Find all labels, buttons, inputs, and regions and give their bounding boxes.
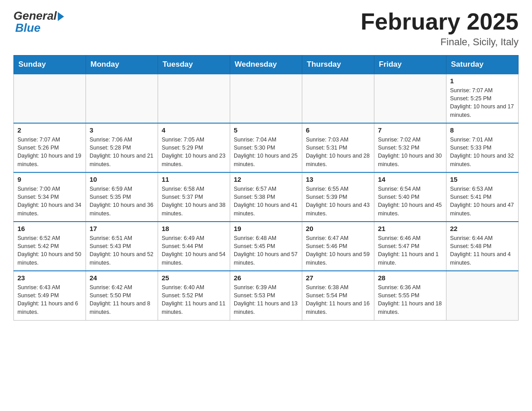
calendar-header-sunday: Sunday [14,56,86,74]
day-info: Sunrise: 6:43 AMSunset: 5:49 PMDaylight:… [17,283,82,316]
calendar-cell: 23Sunrise: 6:43 AMSunset: 5:49 PMDayligh… [14,271,86,320]
calendar-header-monday: Monday [86,56,158,74]
calendar-cell: 26Sunrise: 6:39 AMSunset: 5:53 PMDayligh… [230,271,302,320]
day-info: Sunrise: 6:48 AMSunset: 5:45 PMDaylight:… [234,234,298,267]
day-number: 14 [378,176,442,183]
day-info: Sunrise: 6:39 AMSunset: 5:53 PMDaylight:… [234,283,298,316]
calendar-header-saturday: Saturday [446,56,519,74]
day-number: 22 [450,225,515,232]
calendar-cell: 5Sunrise: 7:04 AMSunset: 5:30 PMDaylight… [230,123,302,172]
day-info: Sunrise: 6:57 AMSunset: 5:38 PMDaylight:… [234,185,298,218]
calendar-header-friday: Friday [374,56,446,74]
day-info: Sunrise: 7:06 AMSunset: 5:28 PMDaylight:… [90,136,154,168]
calendar-header-tuesday: Tuesday [158,56,230,74]
day-info: Sunrise: 6:47 AMSunset: 5:46 PMDaylight:… [306,234,370,267]
day-info: Sunrise: 7:05 AMSunset: 5:29 PMDaylight:… [162,136,226,168]
day-number: 19 [234,225,298,232]
calendar-cell: 3Sunrise: 7:06 AMSunset: 5:28 PMDaylight… [86,123,158,172]
calendar-cell [86,74,158,123]
day-info: Sunrise: 6:38 AMSunset: 5:54 PMDaylight:… [306,283,370,316]
day-number: 23 [17,274,82,282]
day-info: Sunrise: 7:01 AMSunset: 5:33 PMDaylight:… [450,136,515,168]
day-number: 27 [306,274,370,282]
page-header: General Blue February 2025 Finale, Sicil… [13,9,519,48]
day-info: Sunrise: 6:52 AMSunset: 5:42 PMDaylight:… [17,234,82,267]
day-info: Sunrise: 7:00 AMSunset: 5:34 PMDaylight:… [17,185,82,218]
calendar-cell: 9Sunrise: 7:00 AMSunset: 5:34 PMDaylight… [14,172,86,222]
day-info: Sunrise: 7:07 AMSunset: 5:26 PMDaylight:… [17,136,82,168]
calendar-header-thursday: Thursday [302,56,374,74]
day-info: Sunrise: 6:51 AMSunset: 5:43 PMDaylight:… [90,234,154,267]
calendar-cell: 12Sunrise: 6:57 AMSunset: 5:38 PMDayligh… [230,172,302,222]
day-number: 15 [450,176,515,183]
calendar-cell: 8Sunrise: 7:01 AMSunset: 5:33 PMDaylight… [446,123,519,172]
location: Finale, Sicily, Italy [360,36,519,48]
calendar-cell: 17Sunrise: 6:51 AMSunset: 5:43 PMDayligh… [86,222,158,271]
day-number: 18 [162,225,226,232]
day-info: Sunrise: 6:46 AMSunset: 5:47 PMDaylight:… [378,234,442,267]
calendar-cell: 10Sunrise: 6:59 AMSunset: 5:35 PMDayligh… [86,172,158,222]
day-info: Sunrise: 6:44 AMSunset: 5:48 PMDaylight:… [450,234,515,267]
calendar-cell [374,74,446,123]
calendar-cell: 15Sunrise: 6:53 AMSunset: 5:41 PMDayligh… [446,172,519,222]
calendar-cell: 18Sunrise: 6:49 AMSunset: 5:44 PMDayligh… [158,222,230,271]
calendar-cell: 4Sunrise: 7:05 AMSunset: 5:29 PMDaylight… [158,123,230,172]
week-row-3: 9Sunrise: 7:00 AMSunset: 5:34 PMDaylight… [14,172,519,222]
month-title: February 2025 [360,9,519,34]
title-section: February 2025 Finale, Sicily, Italy [360,9,519,48]
day-info: Sunrise: 7:02 AMSunset: 5:32 PMDaylight:… [378,136,442,168]
calendar-cell: 21Sunrise: 6:46 AMSunset: 5:47 PMDayligh… [374,222,446,271]
calendar-header-row: SundayMondayTuesdayWednesdayThursdayFrid… [14,56,519,74]
calendar-cell: 14Sunrise: 6:54 AMSunset: 5:40 PMDayligh… [374,172,446,222]
day-info: Sunrise: 6:59 AMSunset: 5:35 PMDaylight:… [90,185,154,218]
calendar-cell: 13Sunrise: 6:55 AMSunset: 5:39 PMDayligh… [302,172,374,222]
week-row-4: 16Sunrise: 6:52 AMSunset: 5:42 PMDayligh… [14,222,519,271]
day-number: 17 [90,225,154,232]
calendar-cell: 1Sunrise: 7:07 AMSunset: 5:25 PMDaylight… [446,74,519,123]
day-info: Sunrise: 6:40 AMSunset: 5:52 PMDaylight:… [162,283,226,316]
day-number: 10 [90,176,154,183]
day-info: Sunrise: 6:36 AMSunset: 5:55 PMDaylight:… [378,283,442,316]
day-info: Sunrise: 7:04 AMSunset: 5:30 PMDaylight:… [234,136,298,168]
calendar-cell: 16Sunrise: 6:52 AMSunset: 5:42 PMDayligh… [14,222,86,271]
day-number: 21 [378,225,442,232]
week-row-2: 2Sunrise: 7:07 AMSunset: 5:26 PMDaylight… [14,123,519,172]
day-number: 7 [378,126,442,134]
calendar-cell: 25Sunrise: 6:40 AMSunset: 5:52 PMDayligh… [158,271,230,320]
day-info: Sunrise: 6:53 AMSunset: 5:41 PMDaylight:… [450,185,515,218]
day-info: Sunrise: 6:58 AMSunset: 5:37 PMDaylight:… [162,185,226,218]
calendar-cell [446,271,519,320]
calendar-cell: 6Sunrise: 7:03 AMSunset: 5:31 PMDaylight… [302,123,374,172]
day-number: 26 [234,274,298,282]
calendar-cell [302,74,374,123]
calendar-cell: 2Sunrise: 7:07 AMSunset: 5:26 PMDaylight… [14,123,86,172]
day-number: 11 [162,176,226,183]
calendar-cell: 24Sunrise: 6:42 AMSunset: 5:50 PMDayligh… [86,271,158,320]
logo-blue-text: Blue [13,21,40,35]
calendar-cell: 11Sunrise: 6:58 AMSunset: 5:37 PMDayligh… [158,172,230,222]
day-number: 24 [90,274,154,282]
calendar-cell [158,74,230,123]
calendar-header-wednesday: Wednesday [230,56,302,74]
calendar-cell [14,74,86,123]
day-info: Sunrise: 6:42 AMSunset: 5:50 PMDaylight:… [90,283,154,316]
week-row-1: 1Sunrise: 7:07 AMSunset: 5:25 PMDaylight… [14,74,519,123]
calendar-cell [230,74,302,123]
day-number: 8 [450,126,515,134]
day-info: Sunrise: 6:55 AMSunset: 5:39 PMDaylight:… [306,185,370,218]
day-number: 16 [17,225,82,232]
day-number: 12 [234,176,298,183]
calendar-cell: 27Sunrise: 6:38 AMSunset: 5:54 PMDayligh… [302,271,374,320]
day-number: 4 [162,126,226,134]
calendar-cell: 20Sunrise: 6:47 AMSunset: 5:46 PMDayligh… [302,222,374,271]
calendar-cell: 28Sunrise: 6:36 AMSunset: 5:55 PMDayligh… [374,271,446,320]
day-number: 3 [90,126,154,134]
calendar-table: SundayMondayTuesdayWednesdayThursdayFrid… [13,55,519,321]
day-number: 20 [306,225,370,232]
calendar-cell: 19Sunrise: 6:48 AMSunset: 5:45 PMDayligh… [230,222,302,271]
day-number: 13 [306,176,370,183]
day-info: Sunrise: 6:49 AMSunset: 5:44 PMDaylight:… [162,234,226,267]
logo: General Blue [13,9,64,35]
day-number: 6 [306,126,370,134]
day-number: 28 [378,274,442,282]
